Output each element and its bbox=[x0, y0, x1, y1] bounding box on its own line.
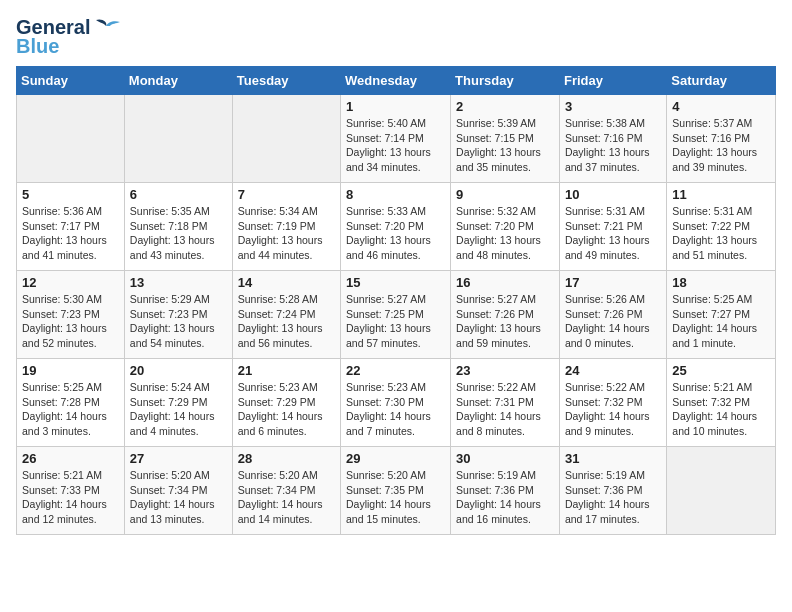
calendar-cell: 25Sunrise: 5:21 AM Sunset: 7:32 PM Dayli… bbox=[667, 359, 776, 447]
calendar-cell: 23Sunrise: 5:22 AM Sunset: 7:31 PM Dayli… bbox=[451, 359, 560, 447]
day-detail: Sunrise: 5:23 AM Sunset: 7:30 PM Dayligh… bbox=[346, 380, 445, 439]
calendar-cell: 16Sunrise: 5:27 AM Sunset: 7:26 PM Dayli… bbox=[451, 271, 560, 359]
day-number: 24 bbox=[565, 363, 661, 378]
calendar-cell: 26Sunrise: 5:21 AM Sunset: 7:33 PM Dayli… bbox=[17, 447, 125, 535]
logo: General Blue bbox=[16, 16, 120, 58]
day-detail: Sunrise: 5:37 AM Sunset: 7:16 PM Dayligh… bbox=[672, 116, 770, 175]
logo-bird-icon bbox=[92, 18, 120, 38]
day-detail: Sunrise: 5:20 AM Sunset: 7:34 PM Dayligh… bbox=[130, 468, 227, 527]
day-detail: Sunrise: 5:29 AM Sunset: 7:23 PM Dayligh… bbox=[130, 292, 227, 351]
calendar-cell: 22Sunrise: 5:23 AM Sunset: 7:30 PM Dayli… bbox=[341, 359, 451, 447]
day-detail: Sunrise: 5:39 AM Sunset: 7:15 PM Dayligh… bbox=[456, 116, 554, 175]
day-number: 27 bbox=[130, 451, 227, 466]
day-number: 5 bbox=[22, 187, 119, 202]
calendar-cell: 7Sunrise: 5:34 AM Sunset: 7:19 PM Daylig… bbox=[232, 183, 340, 271]
day-number: 9 bbox=[456, 187, 554, 202]
day-detail: Sunrise: 5:22 AM Sunset: 7:32 PM Dayligh… bbox=[565, 380, 661, 439]
calendar-cell: 12Sunrise: 5:30 AM Sunset: 7:23 PM Dayli… bbox=[17, 271, 125, 359]
weekday-header-friday: Friday bbox=[559, 67, 666, 95]
calendar-cell: 19Sunrise: 5:25 AM Sunset: 7:28 PM Dayli… bbox=[17, 359, 125, 447]
day-number: 6 bbox=[130, 187, 227, 202]
calendar-cell bbox=[17, 95, 125, 183]
day-number: 1 bbox=[346, 99, 445, 114]
weekday-header-saturday: Saturday bbox=[667, 67, 776, 95]
day-number: 31 bbox=[565, 451, 661, 466]
day-detail: Sunrise: 5:30 AM Sunset: 7:23 PM Dayligh… bbox=[22, 292, 119, 351]
day-number: 14 bbox=[238, 275, 335, 290]
day-number: 15 bbox=[346, 275, 445, 290]
calendar-cell bbox=[232, 95, 340, 183]
weekday-header-tuesday: Tuesday bbox=[232, 67, 340, 95]
calendar-cell: 4Sunrise: 5:37 AM Sunset: 7:16 PM Daylig… bbox=[667, 95, 776, 183]
day-detail: Sunrise: 5:20 AM Sunset: 7:35 PM Dayligh… bbox=[346, 468, 445, 527]
day-number: 4 bbox=[672, 99, 770, 114]
day-detail: Sunrise: 5:22 AM Sunset: 7:31 PM Dayligh… bbox=[456, 380, 554, 439]
day-number: 16 bbox=[456, 275, 554, 290]
calendar-cell: 27Sunrise: 5:20 AM Sunset: 7:34 PM Dayli… bbox=[124, 447, 232, 535]
calendar-week-row: 26Sunrise: 5:21 AM Sunset: 7:33 PM Dayli… bbox=[17, 447, 776, 535]
day-detail: Sunrise: 5:28 AM Sunset: 7:24 PM Dayligh… bbox=[238, 292, 335, 351]
calendar-cell: 13Sunrise: 5:29 AM Sunset: 7:23 PM Dayli… bbox=[124, 271, 232, 359]
calendar-cell: 2Sunrise: 5:39 AM Sunset: 7:15 PM Daylig… bbox=[451, 95, 560, 183]
day-number: 20 bbox=[130, 363, 227, 378]
calendar-cell: 18Sunrise: 5:25 AM Sunset: 7:27 PM Dayli… bbox=[667, 271, 776, 359]
calendar-cell: 21Sunrise: 5:23 AM Sunset: 7:29 PM Dayli… bbox=[232, 359, 340, 447]
day-number: 26 bbox=[22, 451, 119, 466]
day-number: 28 bbox=[238, 451, 335, 466]
header: General Blue bbox=[16, 16, 776, 58]
day-number: 21 bbox=[238, 363, 335, 378]
calendar-cell: 10Sunrise: 5:31 AM Sunset: 7:21 PM Dayli… bbox=[559, 183, 666, 271]
calendar-cell: 8Sunrise: 5:33 AM Sunset: 7:20 PM Daylig… bbox=[341, 183, 451, 271]
calendar-cell: 1Sunrise: 5:40 AM Sunset: 7:14 PM Daylig… bbox=[341, 95, 451, 183]
weekday-header-wednesday: Wednesday bbox=[341, 67, 451, 95]
day-number: 19 bbox=[22, 363, 119, 378]
day-detail: Sunrise: 5:40 AM Sunset: 7:14 PM Dayligh… bbox=[346, 116, 445, 175]
calendar-cell bbox=[667, 447, 776, 535]
day-detail: Sunrise: 5:25 AM Sunset: 7:28 PM Dayligh… bbox=[22, 380, 119, 439]
calendar-cell bbox=[124, 95, 232, 183]
day-detail: Sunrise: 5:20 AM Sunset: 7:34 PM Dayligh… bbox=[238, 468, 335, 527]
day-number: 23 bbox=[456, 363, 554, 378]
day-detail: Sunrise: 5:27 AM Sunset: 7:25 PM Dayligh… bbox=[346, 292, 445, 351]
day-detail: Sunrise: 5:38 AM Sunset: 7:16 PM Dayligh… bbox=[565, 116, 661, 175]
calendar-cell: 9Sunrise: 5:32 AM Sunset: 7:20 PM Daylig… bbox=[451, 183, 560, 271]
day-detail: Sunrise: 5:19 AM Sunset: 7:36 PM Dayligh… bbox=[456, 468, 554, 527]
day-detail: Sunrise: 5:21 AM Sunset: 7:32 PM Dayligh… bbox=[672, 380, 770, 439]
weekday-header-sunday: Sunday bbox=[17, 67, 125, 95]
day-number: 13 bbox=[130, 275, 227, 290]
day-detail: Sunrise: 5:25 AM Sunset: 7:27 PM Dayligh… bbox=[672, 292, 770, 351]
calendar-cell: 31Sunrise: 5:19 AM Sunset: 7:36 PM Dayli… bbox=[559, 447, 666, 535]
day-number: 17 bbox=[565, 275, 661, 290]
calendar-cell: 28Sunrise: 5:20 AM Sunset: 7:34 PM Dayli… bbox=[232, 447, 340, 535]
day-detail: Sunrise: 5:24 AM Sunset: 7:29 PM Dayligh… bbox=[130, 380, 227, 439]
calendar-cell: 29Sunrise: 5:20 AM Sunset: 7:35 PM Dayli… bbox=[341, 447, 451, 535]
calendar-cell: 5Sunrise: 5:36 AM Sunset: 7:17 PM Daylig… bbox=[17, 183, 125, 271]
day-detail: Sunrise: 5:35 AM Sunset: 7:18 PM Dayligh… bbox=[130, 204, 227, 263]
calendar-cell: 6Sunrise: 5:35 AM Sunset: 7:18 PM Daylig… bbox=[124, 183, 232, 271]
weekday-header-monday: Monday bbox=[124, 67, 232, 95]
day-detail: Sunrise: 5:36 AM Sunset: 7:17 PM Dayligh… bbox=[22, 204, 119, 263]
day-number: 7 bbox=[238, 187, 335, 202]
day-detail: Sunrise: 5:34 AM Sunset: 7:19 PM Dayligh… bbox=[238, 204, 335, 263]
day-number: 29 bbox=[346, 451, 445, 466]
day-number: 10 bbox=[565, 187, 661, 202]
day-number: 2 bbox=[456, 99, 554, 114]
day-detail: Sunrise: 5:31 AM Sunset: 7:21 PM Dayligh… bbox=[565, 204, 661, 263]
day-detail: Sunrise: 5:32 AM Sunset: 7:20 PM Dayligh… bbox=[456, 204, 554, 263]
weekday-header-thursday: Thursday bbox=[451, 67, 560, 95]
day-detail: Sunrise: 5:26 AM Sunset: 7:26 PM Dayligh… bbox=[565, 292, 661, 351]
calendar-cell: 15Sunrise: 5:27 AM Sunset: 7:25 PM Dayli… bbox=[341, 271, 451, 359]
calendar-cell: 30Sunrise: 5:19 AM Sunset: 7:36 PM Dayli… bbox=[451, 447, 560, 535]
day-detail: Sunrise: 5:33 AM Sunset: 7:20 PM Dayligh… bbox=[346, 204, 445, 263]
calendar-cell: 17Sunrise: 5:26 AM Sunset: 7:26 PM Dayli… bbox=[559, 271, 666, 359]
day-detail: Sunrise: 5:31 AM Sunset: 7:22 PM Dayligh… bbox=[672, 204, 770, 263]
calendar-week-row: 12Sunrise: 5:30 AM Sunset: 7:23 PM Dayli… bbox=[17, 271, 776, 359]
day-detail: Sunrise: 5:23 AM Sunset: 7:29 PM Dayligh… bbox=[238, 380, 335, 439]
day-number: 22 bbox=[346, 363, 445, 378]
calendar-week-row: 1Sunrise: 5:40 AM Sunset: 7:14 PM Daylig… bbox=[17, 95, 776, 183]
calendar-cell: 24Sunrise: 5:22 AM Sunset: 7:32 PM Dayli… bbox=[559, 359, 666, 447]
day-number: 8 bbox=[346, 187, 445, 202]
weekday-header-row: SundayMondayTuesdayWednesdayThursdayFrid… bbox=[17, 67, 776, 95]
logo-line2: Blue bbox=[16, 35, 59, 58]
calendar-cell: 11Sunrise: 5:31 AM Sunset: 7:22 PM Dayli… bbox=[667, 183, 776, 271]
